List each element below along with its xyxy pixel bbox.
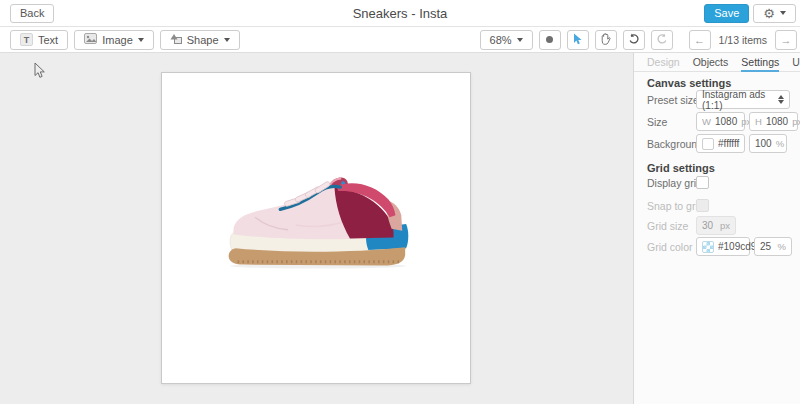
workspace: Design Objects Settings Usage Canvas set… — [0, 53, 800, 404]
tab-objects[interactable]: Objects — [693, 53, 729, 72]
save-button[interactable]: Save — [704, 4, 749, 23]
add-shape-label: Shape — [187, 34, 219, 46]
display-grid-checkbox[interactable] — [696, 176, 709, 189]
pointer-tool-button[interactable] — [567, 30, 589, 50]
caret-down-icon — [517, 38, 523, 42]
undo-icon — [628, 33, 640, 46]
grid-color-swatch — [702, 241, 714, 253]
prev-item-button[interactable]: ← — [689, 30, 711, 50]
preset-size-label: Preset size — [647, 94, 699, 106]
pan-hand-tool-button[interactable] — [595, 30, 617, 50]
text-icon: T — [20, 33, 33, 46]
grid-color-field[interactable]: #109cd9 — [696, 237, 750, 256]
pointer-cursor-icon — [573, 33, 583, 47]
top-bar: Back Sneakers - Insta Save ⚙ — [0, 0, 800, 27]
gear-icon: ⚙ — [763, 7, 775, 20]
background-label: Background — [647, 138, 703, 150]
width-value: 1080 — [715, 116, 737, 127]
undo-button[interactable] — [623, 30, 645, 50]
height-prefix: H — [755, 116, 762, 127]
next-item-button[interactable]: → — [775, 30, 797, 50]
background-color-field[interactable]: #ffffff — [696, 134, 745, 153]
tab-settings[interactable]: Settings — [741, 53, 779, 72]
snap-grid-row: Snap to grid — [647, 198, 797, 214]
zoom-level-value: 68% — [490, 34, 512, 46]
back-button[interactable]: Back — [10, 4, 54, 23]
add-object-tools: T Text Image Shape — [10, 30, 240, 50]
grid-color-label: Grid color — [647, 241, 693, 253]
tab-usage[interactable]: Usage — [792, 53, 800, 72]
grid-color-opacity-value: 25 — [760, 241, 774, 252]
add-text-button[interactable]: T Text — [10, 30, 68, 50]
topbar-actions: Save ⚙ — [704, 4, 796, 23]
add-image-button[interactable]: Image — [74, 30, 154, 50]
page-title: Sneakers - Insta — [0, 6, 800, 21]
grid-color-opacity-field[interactable]: 25 % — [754, 237, 792, 256]
grid-size-label: Grid size — [647, 220, 688, 232]
caret-down-icon — [780, 11, 786, 15]
add-text-label: Text — [38, 34, 58, 46]
grid-size-value: 30 — [702, 220, 716, 231]
center-canvas-button[interactable] — [539, 30, 561, 50]
redo-icon — [656, 33, 668, 46]
tab-design[interactable]: Design — [647, 53, 680, 72]
height-field[interactable]: H 1080 px — [749, 112, 798, 131]
canvas-settings-heading: Canvas settings — [647, 77, 731, 89]
zoom-level-select[interactable]: 68% — [480, 30, 533, 50]
mouse-cursor-icon — [33, 62, 46, 80]
display-grid-row: Display grid — [647, 175, 797, 191]
select-updown-icon — [778, 95, 784, 104]
height-value: 1080 — [766, 116, 788, 127]
editor-toolbar: T Text Image Shape 68% — [0, 27, 800, 53]
caret-down-icon — [224, 38, 230, 42]
preset-size-select[interactable]: Instagram ads (1:1) — [696, 90, 790, 109]
panel-tabs: Design Objects Settings Usage — [634, 53, 800, 72]
image-icon — [84, 33, 97, 46]
arrow-left-icon: ← — [694, 34, 705, 46]
percent-unit: % — [778, 241, 786, 252]
grid-settings-heading: Grid settings — [647, 162, 715, 174]
sneaker-image[interactable] — [226, 173, 410, 271]
settings-menu-button[interactable]: ⚙ — [753, 4, 796, 23]
hand-icon — [600, 33, 611, 47]
percent-unit: % — [776, 138, 784, 149]
width-prefix: W — [702, 116, 711, 127]
grid-size-unit: px — [720, 220, 730, 231]
arrow-right-icon: → — [781, 34, 792, 46]
add-image-label: Image — [102, 34, 133, 46]
add-shape-button[interactable]: Shape — [160, 30, 240, 50]
snap-grid-checkbox — [696, 199, 709, 212]
shape-icon — [170, 33, 182, 46]
focus-dot-icon — [546, 36, 553, 43]
background-hex-value: #ffffff — [718, 138, 739, 149]
grid-color-hex-value: #109cd9 — [718, 241, 756, 252]
canvas-artboard[interactable] — [161, 72, 471, 384]
background-color-swatch — [702, 138, 714, 150]
view-tools: 68% ← 1/13 ite — [480, 30, 797, 50]
size-label: Size — [647, 116, 667, 128]
items-counter: 1/13 items — [717, 34, 769, 46]
settings-panel: Design Objects Settings Usage Canvas set… — [633, 53, 800, 404]
background-opacity-value: 100 — [755, 138, 772, 149]
display-grid-label: Display grid — [647, 177, 702, 189]
background-opacity-field[interactable]: 100 % — [749, 134, 787, 153]
preset-size-value: Instagram ads (1:1) — [702, 89, 774, 111]
caret-down-icon — [138, 38, 144, 42]
width-field[interactable]: W 1080 px — [696, 112, 745, 131]
redo-button[interactable] — [651, 30, 673, 50]
height-unit: px — [792, 116, 800, 127]
grid-size-field: 30 px — [696, 216, 736, 235]
